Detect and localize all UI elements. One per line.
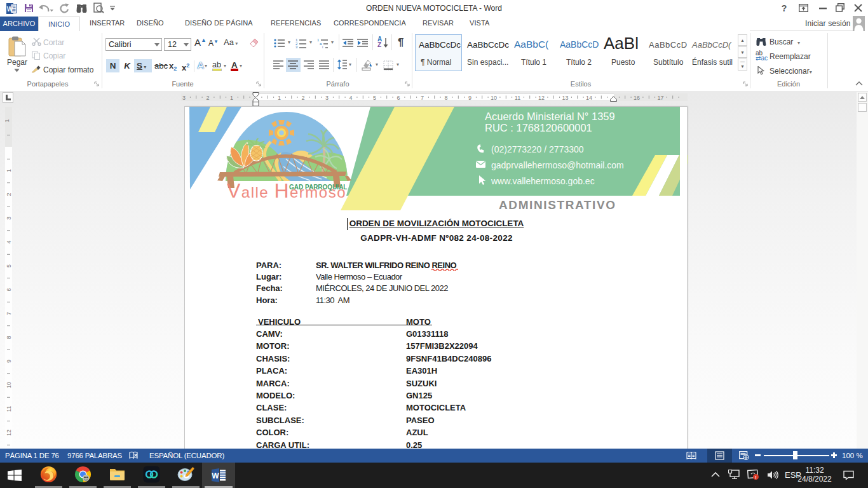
svg-text:gadprvallehermoso@hotmail.com: gadprvallehermoso@hotmail.com	[491, 160, 624, 170]
svg-text:1: 1	[278, 95, 281, 101]
svg-text:17: 17	[657, 95, 663, 101]
svg-text:2: 2	[301, 95, 304, 101]
svg-text:4: 4	[6, 240, 12, 243]
svg-text:6: 6	[397, 95, 400, 101]
svg-text:3: 3	[182, 95, 186, 101]
svg-text:9: 9	[6, 360, 12, 363]
svg-text:7: 7	[421, 95, 424, 101]
svg-text:10: 10	[6, 382, 12, 388]
svg-text:W: W	[212, 471, 219, 480]
svg-text:10: 10	[491, 95, 497, 101]
svg-text:2: 2	[6, 193, 12, 196]
svg-text:11: 11	[515, 95, 520, 101]
svg-text:5: 5	[373, 95, 376, 101]
svg-text:13: 13	[562, 95, 568, 101]
svg-text:Acuerdo Ministerial N° 1359: Acuerdo Ministerial N° 1359	[485, 111, 615, 122]
svg-text:9: 9	[468, 95, 471, 101]
svg-text:GAD PARROQUIAL: GAD PARROQUIAL	[289, 184, 347, 191]
svg-text:3: 3	[325, 95, 329, 101]
svg-text:14: 14	[586, 95, 592, 101]
svg-text:1: 1	[6, 169, 12, 172]
svg-text:www.vallehermoso.gob.ec: www.vallehermoso.gob.ec	[491, 176, 595, 186]
svg-text:16: 16	[634, 95, 640, 101]
svg-text:1: 1	[230, 95, 233, 101]
svg-text:7: 7	[6, 312, 12, 315]
svg-text:1: 1	[5, 119, 10, 122]
svg-text:4: 4	[349, 95, 352, 101]
svg-text:2: 2	[206, 95, 209, 101]
svg-text:ADMINISTRATIVO: ADMINISTRATIVO	[499, 198, 616, 212]
svg-text:12: 12	[6, 430, 12, 436]
svg-text:11: 11	[6, 406, 12, 412]
svg-text:!: !	[755, 475, 756, 480]
svg-text:(02)2773220 / 2773300: (02)2773220 / 2773300	[491, 144, 584, 154]
svg-text:8: 8	[6, 336, 12, 339]
svg-text:3: 3	[6, 217, 12, 220]
svg-text:8: 8	[444, 95, 447, 101]
svg-text:RUC : 1768120600001: RUC : 1768120600001	[485, 122, 592, 133]
svg-text:6: 6	[6, 288, 12, 291]
svg-text:5: 5	[6, 264, 12, 268]
svg-text:3: 3	[295, 45, 298, 48]
svg-text:Valle Hermoso: Valle Hermoso	[227, 179, 346, 202]
svg-text:i: i	[322, 45, 323, 48]
svg-text:12: 12	[538, 95, 545, 101]
